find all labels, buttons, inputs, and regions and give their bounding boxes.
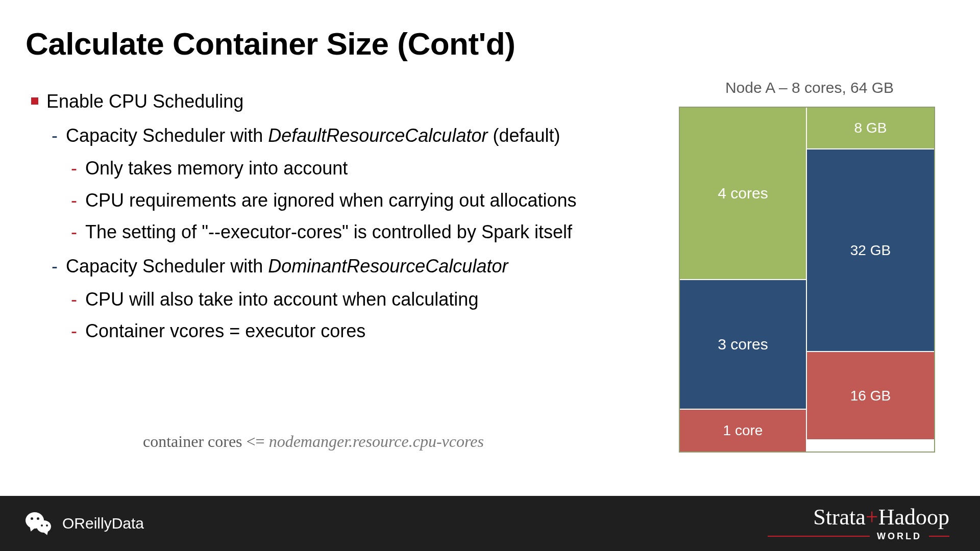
logo-rule (768, 536, 870, 537)
slide: Calculate Container Size (Cont'd) Enable… (0, 0, 980, 551)
logo-subtext: WORLD (877, 532, 922, 541)
formula-lhs: container cores <= (143, 432, 269, 450)
logo-plus: + (866, 505, 878, 530)
bullet-text: The setting of "--executor-cores" is con… (85, 221, 572, 242)
diagram-col-cores: 4 cores 3 cores 1 core (680, 108, 807, 452)
bullet-lvl3: Only takes memory into account (66, 156, 643, 181)
diagram-cell: 4 cores (680, 108, 806, 280)
bullet-lvl1: Enable CPU Scheduling Capacity Scheduler… (28, 89, 671, 344)
bullet-text: Container vcores = executor cores (85, 320, 365, 341)
content-area: Enable CPU Scheduling Capacity Scheduler… (28, 89, 671, 354)
diagram-cell: 32 GB (807, 149, 934, 352)
bullet-lvl2: Capacity Scheduler with DefaultResourceC… (46, 123, 671, 245)
bullet-lvl2: Capacity Scheduler with DominantResource… (46, 254, 671, 344)
diagram-cell: 16 GB (807, 352, 934, 440)
diagram-grid: 4 cores 3 cores 1 core 8 GB 32 GB 16 GB (679, 107, 935, 453)
bullet-lvl3: Container vcores = executor cores (66, 319, 643, 344)
slide-title: Calculate Container Size (Cont'd) (26, 26, 515, 62)
bullet-lvl3: The setting of "--executor-cores" is con… (66, 220, 643, 245)
bullet-text: CPU will also take into account when cal… (85, 289, 478, 310)
diagram-cell: 3 cores (680, 280, 806, 410)
bullet-text: Capacity Scheduler with (66, 125, 268, 146)
bullet-text: (default) (487, 125, 560, 146)
logo-part-strata: Strata (813, 505, 866, 530)
diagram-cell: 1 core (680, 410, 806, 452)
diagram-title: Node A – 8 cores, 64 GB (679, 79, 940, 96)
bullet-text: Only takes memory into account (85, 158, 348, 179)
conference-logo: Strata+Hadoop WORLD (768, 506, 949, 541)
bullet-emph: DominantResourceCalculator (268, 256, 508, 277)
bullet-lvl3: CPU will also take into account when cal… (66, 287, 643, 312)
diagram-col-memory: 8 GB 32 GB 16 GB (807, 108, 934, 452)
logo-part-hadoop: Hadoop (878, 505, 949, 530)
logo-rule (929, 536, 949, 537)
bullet-emph: DefaultResourceCalculator (268, 125, 487, 146)
social-handle: OReillyData (62, 515, 144, 532)
footer-left: OReillyData (24, 509, 144, 538)
bullet-text: CPU requirements are ignored when carryi… (85, 190, 577, 211)
diagram-cell-empty (807, 440, 934, 452)
bullet-text: Enable CPU Scheduling (46, 91, 243, 112)
footer: OReillyData Strata+Hadoop WORLD (0, 496, 980, 551)
diagram-cell: 8 GB (807, 108, 934, 149)
formula: container cores <= nodemanger.resource.c… (143, 432, 484, 451)
bullet-text: Capacity Scheduler with (66, 256, 268, 277)
formula-rhs: nodemanger.resource.cpu-vcores (269, 432, 484, 450)
wechat-icon (24, 509, 53, 538)
bullet-lvl3: CPU requirements are ignored when carryi… (66, 188, 643, 213)
node-diagram: Node A – 8 cores, 64 GB 4 cores 3 cores … (679, 79, 940, 453)
